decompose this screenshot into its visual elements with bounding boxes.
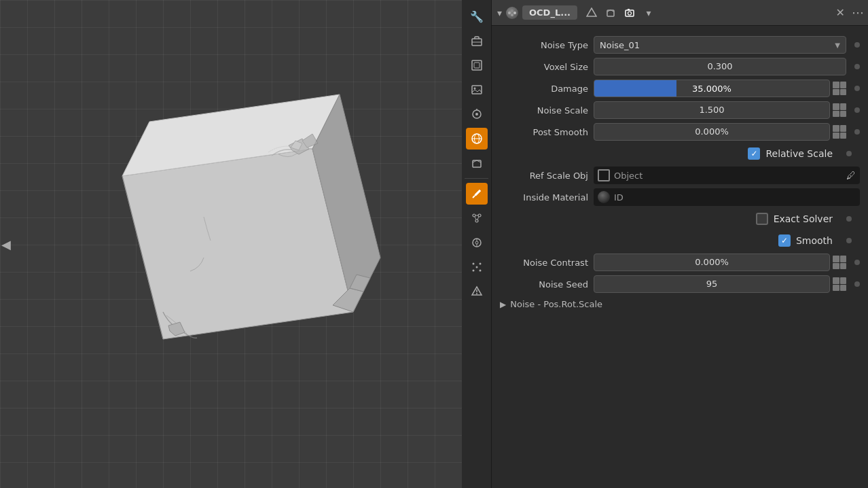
- noise-seed-input[interactable]: 95: [594, 275, 830, 293]
- panel-more-button[interactable]: ⋯: [852, 5, 863, 20]
- voxel-size-control: 0.300: [594, 58, 846, 75]
- ps-grid-cell-3: [833, 133, 839, 139]
- toolbar-constraint-icon[interactable]: [466, 232, 488, 254]
- svg-point-25: [478, 214, 481, 217]
- panel-header-icons: ▾: [583, 4, 657, 22]
- noise-scale-label: Noise Scale: [500, 105, 588, 116]
- noise-pos-section[interactable]: ▶ Noise - Pos.Rot.Scale: [492, 295, 868, 313]
- ref-scale-obj-picker[interactable]: Object 🖊: [594, 167, 860, 184]
- ps-grid-cell-1: [833, 125, 839, 132]
- toolbar-briefcase-icon[interactable]: [466, 30, 488, 52]
- svg-marker-46: [587, 8, 596, 16]
- voxel-size-row: Voxel Size 0.300: [492, 56, 868, 77]
- relative-scale-label-area: ✓ Relative Scale: [500, 147, 833, 160]
- exact-solver-dot: [846, 216, 852, 222]
- toolbar-nodes-icon[interactable]: [466, 207, 488, 229]
- svg-point-26: [475, 220, 478, 222]
- noise-type-dropdown[interactable]: Noise_01 ▼: [594, 36, 846, 54]
- smooth-checkbox[interactable]: ✓: [778, 234, 791, 247]
- toolbar-frame-icon[interactable]: [466, 54, 488, 76]
- svg-point-42: [508, 12, 511, 14]
- noise-type-label: Noise Type: [500, 40, 588, 50]
- relative-scale-dot: [846, 151, 852, 156]
- ps-grid-cell-4: [840, 133, 847, 139]
- viewport: ◀: [0, 0, 462, 488]
- damage-grid-icon[interactable]: [833, 82, 846, 95]
- svg-point-37: [479, 270, 481, 272]
- damage-slider[interactable]: 35.000%: [594, 80, 830, 97]
- damage-fill: [594, 80, 676, 97]
- nc-grid-cell-1: [833, 256, 839, 262]
- toolbar-image-icon[interactable]: [466, 79, 488, 101]
- toolbar-globe-icon[interactable]: [466, 128, 488, 150]
- noise-contrast-row: Noise Contrast 0.000%: [492, 251, 868, 273]
- toolbar-physics-icon[interactable]: [466, 281, 488, 302]
- panel-collapse-arrow[interactable]: ▾: [497, 7, 502, 18]
- panel-icon-mesh[interactable]: [583, 4, 600, 22]
- eyedropper-icon[interactable]: 🖊: [846, 170, 856, 181]
- svg-point-31: [475, 241, 478, 244]
- exact-solver-checkbox[interactable]: [756, 213, 768, 225]
- noise-seed-label: Noise Seed: [500, 279, 588, 290]
- noise-seed-grid-icon[interactable]: [833, 277, 846, 291]
- noise-contrast-control: 0.000%: [594, 254, 846, 271]
- noise-contrast-input[interactable]: 0.000%: [594, 254, 830, 271]
- inside-material-picker[interactable]: ID: [594, 188, 860, 206]
- ref-scale-obj-row: Ref Scale Obj Object 🖊: [492, 164, 868, 186]
- viewport-collapse-arrow[interactable]: ◀: [0, 234, 12, 254]
- ref-scale-obj-label: Ref Scale Obj: [500, 171, 588, 181]
- smooth-checkmark-icon: ✓: [781, 236, 788, 245]
- post-smooth-input[interactable]: 0.000%: [594, 123, 830, 141]
- svg-point-43: [511, 10, 513, 12]
- panel-header-dot: [506, 7, 518, 19]
- panel-close-button[interactable]: ✕: [833, 5, 848, 20]
- nc-grid-cell-3: [833, 263, 839, 270]
- svg-point-35: [479, 263, 481, 265]
- obj-picker-icon: [598, 169, 610, 181]
- dropdown-arrow-icon: ▼: [835, 41, 840, 49]
- voxel-size-label: Voxel Size: [500, 62, 588, 72]
- svg-rect-14: [472, 86, 482, 94]
- noise-scale-grid-icon[interactable]: [833, 103, 846, 117]
- svg-line-28: [475, 217, 476, 220]
- smooth-dot: [846, 238, 852, 243]
- panel-icon-object[interactable]: [602, 4, 619, 22]
- toolbar-strip: 🔧: [462, 0, 492, 488]
- grid-cell-2: [840, 82, 847, 88]
- grid-cell-3: [833, 89, 839, 96]
- seed-grid-cell-1: [833, 277, 839, 284]
- noise-contrast-dot: [854, 260, 860, 265]
- post-smooth-grid-icon[interactable]: [833, 125, 846, 139]
- toolbar-wrench-icon[interactable]: 🔧: [466, 5, 488, 27]
- toolbar-tool-icon[interactable]: [466, 183, 488, 205]
- svg-point-17: [475, 113, 478, 116]
- panel-icon-expand[interactable]: ▾: [640, 4, 657, 22]
- ns-grid-cell-1: [833, 103, 839, 110]
- noise-scale-input[interactable]: 1.500: [594, 101, 830, 119]
- svg-point-38: [475, 266, 477, 268]
- noise-scale-dot: [854, 107, 860, 113]
- exact-solver-row: Exact Solver: [492, 208, 868, 230]
- noise-type-value: Noise_01: [600, 40, 640, 50]
- noise-seed-dot: [854, 281, 860, 287]
- toolbar-particles-icon[interactable]: [466, 256, 488, 278]
- relative-scale-checkbox[interactable]: ✓: [748, 147, 760, 160]
- toolbar-divider: [465, 178, 488, 179]
- exact-solver-text: Exact Solver: [774, 213, 833, 224]
- material-text: ID: [614, 192, 623, 203]
- svg-point-49: [628, 12, 632, 15]
- damage-label: Damage: [500, 84, 588, 94]
- inside-material-control: ID: [594, 188, 860, 206]
- panel-title[interactable]: OCD_L...: [522, 5, 577, 20]
- toolbar-box-icon[interactable]: [466, 152, 488, 174]
- post-smooth-control: 0.000%: [594, 123, 846, 141]
- noise-contrast-label: Noise Contrast: [500, 258, 588, 268]
- noise-contrast-grid-icon[interactable]: [833, 256, 846, 269]
- relative-scale-text: Relative Scale: [765, 148, 833, 159]
- section-arrow-icon: ▶: [500, 300, 506, 309]
- svg-rect-22: [473, 160, 481, 167]
- panel-icon-camera[interactable]: [621, 4, 638, 22]
- voxel-size-input[interactable]: 0.300: [594, 58, 846, 75]
- toolbar-paint-icon[interactable]: [466, 103, 488, 125]
- ns-grid-cell-2: [840, 103, 847, 110]
